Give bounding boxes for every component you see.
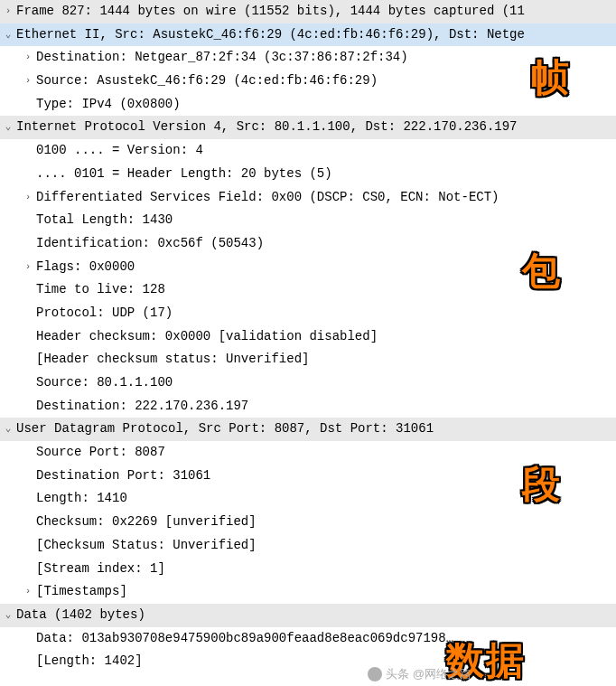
udp-checksum-status-row[interactable]: [Checksum Status: Unverified] [0, 534, 616, 558]
ip-checksum-status-text: [Header checksum status: Unverified] [36, 350, 309, 370]
ip-destination-row[interactable]: Destination: 222.170.236.197 [0, 395, 616, 418]
ip-protocol-row[interactable]: Protocol: UDP (17) [0, 302, 616, 325]
udp-header-row[interactable]: ⌄ User Datagram Protocol, Src Port: 8087… [0, 418, 616, 441]
annotation-segment: 段 [522, 459, 562, 510]
ip-source-row[interactable]: Source: 80.1.1.100 [0, 371, 616, 395]
ip-total-length-row[interactable]: Total Length: 1430 [0, 209, 616, 232]
ip-checksum-text: Header checksum: 0x0000 [validation disa… [36, 327, 378, 347]
ethernet-header-text: Ethernet II, Src: AsustekC_46:f6:29 (4c:… [16, 25, 525, 45]
udp-checksum-row[interactable]: Checksum: 0x2269 [unverified] [0, 511, 616, 534]
udp-stream-index-row[interactable]: [Stream index: 1] [0, 558, 616, 581]
udp-length-text: Length: 1410 [36, 489, 127, 509]
chevron-right-icon[interactable]: › [20, 48, 36, 65]
chevron-right-icon[interactable]: › [20, 582, 36, 599]
udp-checksum-text: Checksum: 0x2269 [unverified] [36, 512, 257, 532]
data-header-row[interactable]: ⌄ Data (1402 bytes) [0, 604, 616, 627]
udp-timestamps-text: [Timestamps] [36, 582, 127, 602]
chevron-down-icon[interactable]: ⌄ [0, 419, 16, 437]
ip-header-length-row[interactable]: .... 0101 = Header Length: 20 bytes (5) [0, 163, 616, 186]
frame-header-text: Frame 827: 1444 bytes on wire (11552 bit… [16, 2, 525, 22]
ip-identification-text: Identification: 0xc56f (50543) [36, 234, 264, 254]
watermark: 头条 @网络之路 [368, 666, 471, 682]
ip-protocol-text: Protocol: UDP (17) [36, 304, 173, 324]
eth-source-text: Source: AsustekC_46:f6:29 (4c:ed:fb:46:f… [36, 71, 378, 91]
ip-version-text: 0100 .... = Version: 4 [36, 141, 203, 161]
ip-checksum-status-row[interactable]: [Header checksum status: Unverified] [0, 348, 616, 371]
eth-source-row[interactable]: › Source: AsustekC_46:f6:29 (4c:ed:fb:46… [0, 70, 616, 93]
chevron-right-icon[interactable]: › [20, 71, 36, 89]
annotation-packet: 包 [522, 246, 562, 296]
udp-src-port-text: Source Port: 8087 [36, 443, 165, 463]
udp-header-text: User Datagram Protocol, Src Port: 8087, … [16, 419, 434, 439]
ip-ttl-text: Time to live: 128 [36, 280, 165, 300]
ip-destination-text: Destination: 222.170.236.197 [36, 397, 248, 417]
chevron-down-icon[interactable]: ⌄ [0, 117, 16, 135]
data-bytes-text: Data: 013ab930708e9475900bc89a900feaad8e… [36, 629, 453, 649]
udp-dst-port-text: Destination Port: 31061 [36, 466, 210, 486]
eth-type-text: Type: IPv4 (0x0800) [36, 95, 181, 115]
udp-checksum-status-text: [Checksum Status: Unverified] [36, 536, 257, 556]
frame-header-row[interactable]: › Frame 827: 1444 bytes on wire (11552 b… [0, 0, 616, 23]
ip-dsf-row[interactable]: › Differentiated Services Field: 0x00 (D… [0, 186, 616, 210]
udp-timestamps-row[interactable]: › [Timestamps] [0, 580, 616, 604]
eth-type-row[interactable]: Type: IPv4 (0x0800) [0, 93, 616, 117]
eth-destination-text: Destination: Netgear_87:2f:34 (3c:37:86:… [36, 48, 408, 68]
ip-flags-text: Flags: 0x0000 [36, 258, 135, 277]
annotation-frame: 帧 [531, 52, 571, 103]
data-header-text: Data (1402 bytes) [16, 606, 145, 625]
ip-total-length-text: Total Length: 1430 [36, 211, 173, 230]
ethernet-header-row[interactable]: ⌄ Ethernet II, Src: AsustekC_46:f6:29 (4… [0, 23, 616, 47]
ip-dsf-text: Differentiated Services Field: 0x00 (DSC… [36, 188, 499, 208]
ip-header-row[interactable]: ⌄ Internet Protocol Version 4, Src: 80.1… [0, 116, 616, 139]
ip-version-row[interactable]: 0100 .... = Version: 4 [0, 139, 616, 163]
ip-source-text: Source: 80.1.1.100 [36, 373, 173, 393]
chevron-right-icon[interactable]: › [20, 188, 36, 205]
chevron-right-icon[interactable]: › [20, 258, 36, 275]
chevron-down-icon[interactable]: ⌄ [0, 606, 16, 623]
data-length-text: [Length: 1402] [36, 652, 143, 672]
ip-header-text: Internet Protocol Version 4, Src: 80.1.1… [16, 117, 518, 137]
udp-stream-index-text: [Stream index: 1] [36, 559, 165, 579]
ip-header-length-text: .... 0101 = Header Length: 20 bytes (5) [36, 164, 332, 184]
watermark-icon [368, 667, 382, 681]
watermark-text: 头条 @网络之路 [386, 666, 471, 682]
chevron-right-icon[interactable]: › [0, 2, 16, 19]
ip-checksum-row[interactable]: Header checksum: 0x0000 [validation disa… [0, 325, 616, 349]
chevron-down-icon[interactable]: ⌄ [0, 25, 16, 42]
eth-destination-row[interactable]: › Destination: Netgear_87:2f:34 (3c:37:8… [0, 46, 616, 70]
